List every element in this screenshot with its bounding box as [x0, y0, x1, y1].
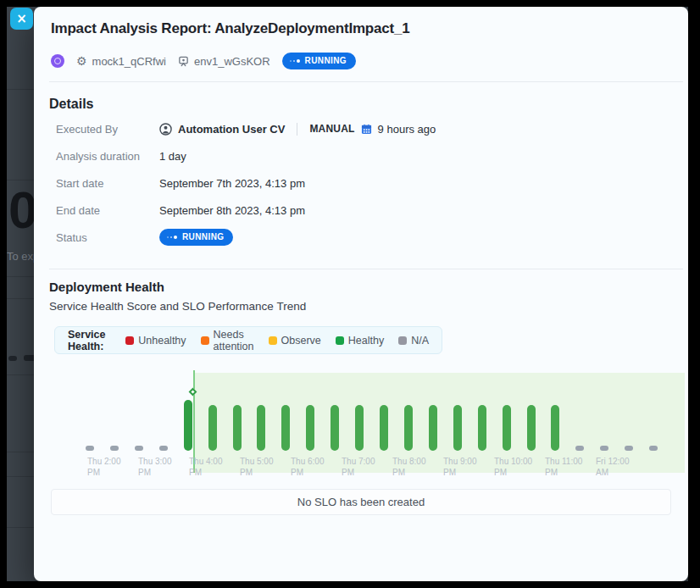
health-bar-healthy[interactable]	[281, 405, 290, 451]
chart-subtitle: Service Health Score and SLO Performance…	[49, 300, 306, 313]
detail-label: Status	[56, 231, 159, 244]
health-bar-healthy[interactable]	[184, 400, 192, 451]
detail-value: September 8th 2023, 4:13 pm	[159, 204, 305, 217]
health-bar-healthy[interactable]	[503, 405, 511, 451]
status-badge: RUNNING	[282, 53, 356, 69]
x-axis-label: Thu 9:00PM	[443, 456, 492, 478]
environment-icon	[178, 56, 189, 67]
report-meta-row: ⚙ mock1_qCRfwi env1_wGsKOR RUNNING	[51, 51, 356, 71]
value-divider	[297, 123, 297, 136]
legend-item: Healthy	[336, 329, 384, 352]
detail-value: 1 day	[159, 150, 186, 163]
detail-row: Analysis duration 1 day	[56, 142, 649, 169]
legend-item-label: Observe	[281, 335, 321, 347]
legend-item: Unhealthy	[125, 329, 186, 352]
deployment-health-chart[interactable]: Thu 2:00PMThu 3:00PMThu 4:00PMThu 5:00PM…	[49, 364, 685, 488]
x-axis-label: Thu 10:00PM	[494, 456, 543, 478]
legend-item-label: Needs attention	[214, 329, 254, 352]
detail-row-executed-by: Executed By Automation User CV MANUAL 9 …	[56, 115, 649, 142]
detail-row-status: Status RUNNING	[56, 224, 649, 251]
environment-name: env1_wGsKOR	[194, 55, 270, 68]
screenshot-frame: 0 To exp × Impact Analysis Report: Analy…	[0, 0, 700, 588]
automation-meta: ⚙ mock1_qCRfwi	[76, 55, 166, 68]
impact-analysis-report-modal: Impact Analysis Report: AnalyzeDeploymen…	[34, 7, 688, 581]
details-heading: Details	[49, 97, 93, 112]
executed-time-ago: 9 hours ago	[378, 123, 436, 136]
health-bar-healthy[interactable]	[478, 405, 486, 451]
health-bar-healthy[interactable]	[429, 405, 437, 451]
detail-label: End date	[56, 204, 159, 217]
legend-item: N/A	[398, 329, 429, 352]
health-bar-na[interactable]	[625, 446, 633, 451]
health-bar-na[interactable]	[649, 446, 658, 451]
detail-value: RUNNING	[159, 229, 233, 246]
user-icon	[159, 123, 172, 136]
legend-swatch-icon	[125, 336, 134, 345]
status-badge: RUNNING	[159, 229, 233, 246]
health-bar-na[interactable]	[159, 446, 168, 451]
legend-item-label: Healthy	[348, 335, 384, 347]
x-axis-label: Thu 11:00PM	[545, 456, 594, 478]
health-bar-na[interactable]	[86, 446, 94, 451]
close-button[interactable]: ×	[10, 8, 33, 30]
detail-label: Executed By	[56, 123, 159, 136]
legend-item: Observe	[269, 329, 321, 352]
health-bar-healthy[interactable]	[404, 405, 413, 451]
backdrop-partial-number: 0	[8, 180, 36, 240]
legend-swatch-icon	[398, 336, 407, 345]
running-dots-icon	[290, 59, 300, 63]
x-axis-label: Thu 2:00PM	[87, 456, 136, 478]
health-bar-healthy[interactable]	[453, 405, 462, 451]
health-bar-healthy[interactable]	[233, 405, 242, 451]
health-bar-healthy[interactable]	[208, 405, 217, 451]
x-axis-label: Thu 6:00PM	[291, 456, 340, 478]
trigger-type: MANUAL	[309, 123, 354, 135]
health-bar-healthy[interactable]	[355, 405, 364, 451]
health-bar-na[interactable]	[600, 446, 608, 451]
section-divider	[49, 269, 683, 269]
detail-row: Start date September 7th 2023, 4:13 pm	[56, 169, 649, 197]
health-bar-healthy[interactable]	[331, 405, 339, 451]
detail-label: Start date	[56, 177, 159, 190]
legend-items: UnhealthyNeeds attentionObserveHealthyN/…	[125, 329, 429, 352]
x-axis-label: Thu 7:00PM	[342, 456, 391, 478]
environment-meta: env1_wGsKOR	[178, 55, 270, 68]
health-bar-healthy[interactable]	[380, 405, 388, 451]
details-rows: Executed By Automation User CV MANUAL 9 …	[56, 115, 649, 251]
health-bar-na[interactable]	[135, 446, 143, 451]
legend-swatch-icon	[336, 336, 344, 345]
status-badge-label: RUNNING	[182, 233, 224, 241]
status-badge-label: RUNNING	[305, 57, 347, 65]
calendar-icon	[361, 124, 372, 135]
gear-icon: ⚙	[76, 55, 87, 67]
health-bar-healthy[interactable]	[306, 405, 314, 451]
backdrop-skeleton-dash	[8, 356, 17, 361]
executed-by-user: Automation User CV	[178, 123, 285, 136]
service-health-legend: Service Health: UnhealthyNeeds attention…	[54, 326, 442, 354]
x-axis-label: Fri 12:00AM	[596, 456, 645, 478]
health-bar-healthy[interactable]	[527, 405, 536, 451]
legend-swatch-icon	[201, 336, 209, 345]
running-dots-icon	[167, 236, 177, 239]
automation-name: mock1_qCRfwi	[92, 55, 166, 68]
header-divider	[49, 81, 683, 82]
detail-label: Analysis duration	[56, 150, 159, 163]
health-bar-na[interactable]	[110, 446, 119, 451]
health-bar-healthy[interactable]	[257, 405, 265, 451]
detail-row: End date September 8th 2023, 4:13 pm	[56, 197, 649, 224]
x-axis-label: Thu 3:00PM	[138, 456, 187, 478]
legend-item-label: N/A	[411, 335, 429, 347]
detail-value: Automation User CV MANUAL 9 hours ago	[159, 123, 436, 136]
x-axis-label: Thu 5:00PM	[240, 456, 289, 478]
detail-value: September 7th 2023, 4:13 pm	[159, 177, 305, 190]
deployment-health-heading: Deployment Health	[49, 280, 164, 294]
modal-title: Impact Analysis Report: AnalyzeDeploymen…	[51, 20, 410, 37]
slo-empty-text: No SLO has been created	[297, 496, 425, 508]
health-bar-healthy[interactable]	[551, 405, 559, 451]
health-bar-na[interactable]	[575, 446, 584, 451]
legend-item-label: Unhealthy	[138, 335, 186, 347]
legend-item: Needs attention	[201, 329, 254, 352]
x-axis-label: Thu 8:00PM	[392, 456, 442, 478]
slo-empty-state: No SLO has been created	[51, 489, 671, 515]
legend-swatch-icon	[269, 336, 277, 345]
